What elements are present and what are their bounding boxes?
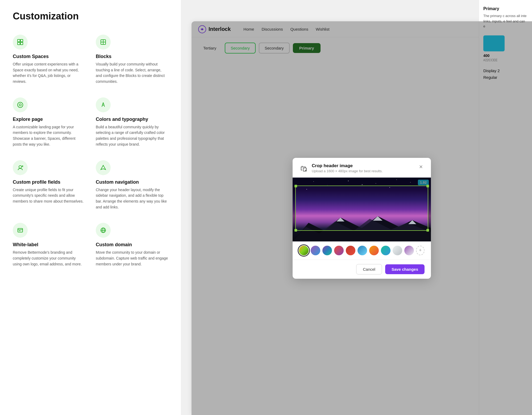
feature-item-colors-typography: Colors and typography Build a beautiful … bbox=[96, 97, 168, 147]
feature-desc-blocks: Visually build your community without to… bbox=[96, 61, 168, 85]
crop-modal: Crop header image Upload a 1600 × 480px … bbox=[293, 158, 431, 279]
color-swatch-5[interactable] bbox=[358, 246, 367, 255]
right-panel: Interlock Home Discussions Questions Wis… bbox=[181, 0, 532, 415]
color-swatch-3[interactable] bbox=[334, 246, 344, 255]
crop-image-area: 1.92 bbox=[293, 178, 431, 241]
page-title: Customization bbox=[13, 11, 168, 22]
swatches-row: + bbox=[293, 241, 431, 260]
svg-rect-2 bbox=[18, 42, 20, 45]
color-swatch-8[interactable] bbox=[393, 246, 402, 255]
svg-rect-20 bbox=[303, 168, 306, 171]
feature-item-custom-domain: Custom domain Move the community to your… bbox=[96, 223, 168, 267]
feature-icon-colors-typography bbox=[96, 97, 111, 112]
sidebar-primary-title: Primary bbox=[483, 6, 528, 11]
feature-icon-explore-page bbox=[13, 97, 28, 112]
star bbox=[313, 181, 314, 182]
features-grid: Custom Spaces Offer unique content exper… bbox=[13, 35, 168, 267]
svg-point-8 bbox=[19, 104, 21, 106]
feature-title-blocks: Blocks bbox=[96, 54, 168, 59]
color-swatch-9[interactable] bbox=[404, 246, 414, 255]
svg-point-7 bbox=[18, 102, 23, 108]
feature-desc-white-label: Remove Bettermode's branding and complet… bbox=[13, 250, 85, 267]
feature-item-explore-page: Explore page A customizable landing page… bbox=[13, 97, 85, 147]
star bbox=[410, 182, 411, 183]
svg-point-9 bbox=[19, 166, 22, 168]
crop-modal-title-area: Crop header image Upload a 1600 × 480px … bbox=[299, 163, 383, 173]
crop-handle-bottomright[interactable] bbox=[426, 229, 429, 232]
feature-desc-colors-typography: Build a beautiful community quickly by s… bbox=[96, 124, 168, 147]
feature-item-white-label: White-label Remove Bettermode's branding… bbox=[13, 223, 85, 267]
color-swatch-2[interactable] bbox=[322, 246, 332, 255]
color-swatch-7[interactable] bbox=[381, 246, 390, 255]
svg-rect-12 bbox=[18, 228, 23, 232]
feature-icon-custom-profile-fields bbox=[13, 160, 28, 175]
star bbox=[396, 179, 397, 180]
feature-icon-custom-navigation bbox=[96, 160, 111, 175]
color-swatch-4[interactable] bbox=[346, 246, 355, 255]
star bbox=[362, 184, 363, 185]
feature-item-custom-spaces: Custom Spaces Offer unique content exper… bbox=[13, 35, 85, 85]
color-swatch-6[interactable] bbox=[369, 246, 379, 255]
feature-item-custom-profile-fields: Custom profile fields Create unique prof… bbox=[13, 160, 85, 210]
feature-desc-custom-profile-fields: Create unique profile fields to fit your… bbox=[13, 187, 85, 204]
crop-handle-topright[interactable] bbox=[426, 185, 429, 187]
color-swatch-1[interactable] bbox=[311, 246, 320, 255]
close-button[interactable]: ✕ bbox=[417, 163, 425, 171]
feature-icon-custom-spaces bbox=[13, 35, 28, 50]
crop-icon bbox=[299, 164, 309, 173]
feature-item-blocks: Blocks Visually build your community wit… bbox=[96, 35, 168, 85]
feature-title-colors-typography: Colors and typography bbox=[96, 117, 168, 122]
feature-title-custom-navigation: Custom navigation bbox=[96, 179, 168, 185]
feature-desc-custom-navigation: Change your header layout, modify the si… bbox=[96, 187, 168, 210]
add-swatch-button[interactable]: + bbox=[416, 246, 425, 255]
crop-handle-bottomleft[interactable] bbox=[294, 229, 297, 232]
star bbox=[376, 183, 376, 184]
feature-icon-white-label bbox=[13, 223, 28, 238]
crop-modal-title: Crop header image bbox=[312, 163, 383, 169]
feature-desc-explore-page: A customizable landing page for your mem… bbox=[13, 124, 85, 147]
svg-rect-1 bbox=[20, 39, 23, 42]
svg-rect-0 bbox=[18, 39, 20, 42]
feature-item-custom-navigation: Custom navigation Change your header lay… bbox=[96, 160, 168, 210]
crop-modal-header: Crop header image Upload a 1600 × 480px … bbox=[293, 158, 431, 178]
crop-selection[interactable] bbox=[295, 186, 428, 231]
cancel-button[interactable]: Cancel bbox=[356, 264, 382, 274]
feature-desc-custom-domain: Move the community to your domain or sub… bbox=[96, 250, 168, 267]
feature-desc-custom-spaces: Offer unique content experiences with a … bbox=[13, 61, 85, 85]
left-content-panel: Customization Custom Spaces Offer unique… bbox=[0, 0, 181, 278]
svg-rect-3 bbox=[20, 42, 23, 45]
color-swatch-0[interactable] bbox=[299, 246, 309, 255]
modal-footer: Cancel Save changes bbox=[293, 260, 431, 279]
crop-handle-topleft[interactable] bbox=[294, 185, 297, 187]
crop-modal-subtitle: Upload a 1600 × 480px image for best res… bbox=[312, 169, 383, 173]
save-changes-button[interactable]: Save changes bbox=[385, 264, 425, 274]
feature-title-custom-domain: Custom domain bbox=[96, 242, 168, 248]
star bbox=[348, 180, 349, 181]
aspect-ratio-indicator: 1.92 bbox=[418, 180, 429, 185]
modal-overlay: Crop header image Upload a 1600 × 480px … bbox=[192, 21, 532, 415]
feature-title-custom-spaces: Custom Spaces bbox=[13, 54, 85, 59]
preview-window: Interlock Home Discussions Questions Wis… bbox=[192, 21, 532, 415]
feature-icon-blocks bbox=[96, 35, 111, 50]
crop-title-text-area: Crop header image Upload a 1600 × 480px … bbox=[312, 163, 383, 173]
feature-title-white-label: White-label bbox=[13, 242, 85, 248]
feature-title-custom-profile-fields: Custom profile fields bbox=[13, 179, 85, 185]
feature-icon-custom-domain bbox=[96, 223, 111, 238]
feature-title-explore-page: Explore page bbox=[13, 117, 85, 122]
